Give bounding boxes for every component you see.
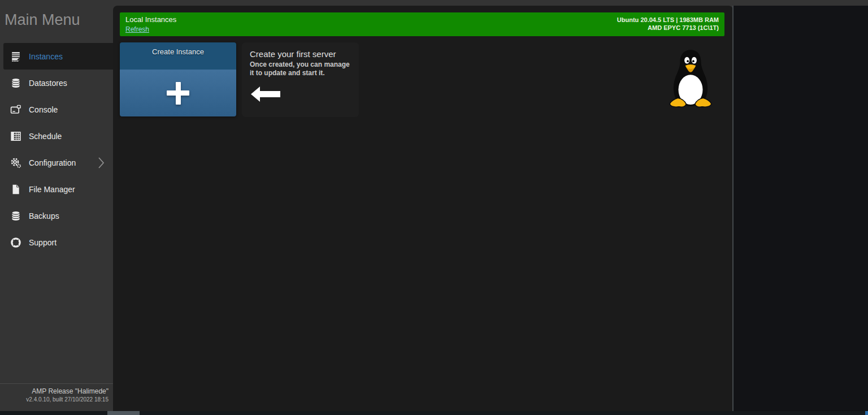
- console-icon: [10, 104, 21, 115]
- sidebar-item-label: Schedule: [29, 132, 62, 141]
- sidebar-item-instances[interactable]: Instances: [3, 43, 113, 70]
- configuration-icon: [10, 157, 21, 168]
- main-menu-title: Main Menu: [5, 11, 80, 29]
- hint-title: Create your first server: [250, 49, 351, 59]
- sidebar-item-label: Backups: [29, 211, 59, 221]
- create-instance-body[interactable]: [120, 70, 236, 116]
- refresh-link[interactable]: Refresh: [125, 25, 149, 33]
- backups-icon: [10, 210, 21, 222]
- datastores-icon: [10, 77, 21, 89]
- horizontal-scrollbar[interactable]: [0, 411, 868, 415]
- sidebar-item-label: File Manager: [29, 185, 75, 194]
- main-panel: Local Instances Refresh Ubuntu 20.04.5 L…: [113, 6, 733, 412]
- sidebar-item-schedule[interactable]: Schedule: [3, 123, 113, 149]
- sidebar-item-console[interactable]: Console: [3, 96, 113, 123]
- create-instance-title: Create Instance: [120, 42, 236, 70]
- horizontal-scrollbar-thumb[interactable]: [107, 411, 140, 415]
- first-server-hint-card: Create your first server Once created, y…: [242, 42, 359, 117]
- support-icon: [10, 237, 21, 248]
- system-info: Ubuntu 20.04.5 LTS | 1983MB RAM AMD EPYC…: [617, 16, 719, 32]
- create-instance-card[interactable]: Create Instance: [120, 42, 236, 116]
- hint-body: Once created, you can manage it to updat…: [250, 60, 351, 77]
- file-manager-icon: [10, 184, 21, 195]
- system-info-line1: Ubuntu 20.04.5 LTS | 1983MB RAM: [617, 16, 719, 24]
- chevron-right-icon: [97, 157, 105, 169]
- sidebar-item-backups[interactable]: Backups: [3, 202, 113, 229]
- instances-icon: [10, 51, 21, 62]
- sidebar-item-label: Configuration: [29, 158, 76, 167]
- sidebar-item-configuration[interactable]: Configuration: [3, 149, 113, 176]
- scrollbar-corner: [865, 411, 868, 415]
- system-info-line2: AMD EPYC 7713 (1C\1T): [617, 24, 719, 32]
- amp-release-name: AMP Release "Halimede": [5, 387, 108, 395]
- sidebar-item-support[interactable]: Support: [3, 229, 113, 256]
- tux-penguin-image: [666, 48, 715, 109]
- plus-icon: [167, 82, 189, 105]
- sidebar-item-datastores[interactable]: Datastores: [3, 70, 113, 96]
- sidebar-nav: Instances Datastores Console: [0, 43, 113, 256]
- sidebar-footer: AMP Release "Halimede" v2.4.0.10, built …: [0, 383, 113, 407]
- sidebar-item-label: Datastores: [29, 79, 67, 88]
- app-window: Main Menu Instances: [0, 0, 868, 415]
- schedule-icon: [10, 131, 21, 142]
- sidebar: Main Menu Instances: [0, 0, 113, 411]
- sidebar-item-label: Support: [29, 238, 57, 247]
- right-gutter: [734, 6, 868, 412]
- arrow-left-icon: [251, 87, 280, 102]
- amp-release-version: v2.4.0.10, built 27/10/2022 18:15: [5, 396, 108, 403]
- sidebar-item-label: Instances: [29, 52, 63, 61]
- sidebar-item-file-manager[interactable]: File Manager: [3, 176, 113, 202]
- local-instances-header: Local Instances Refresh Ubuntu 20.04.5 L…: [120, 12, 724, 36]
- sidebar-item-label: Console: [29, 105, 58, 114]
- top-strip: [0, 0, 868, 6]
